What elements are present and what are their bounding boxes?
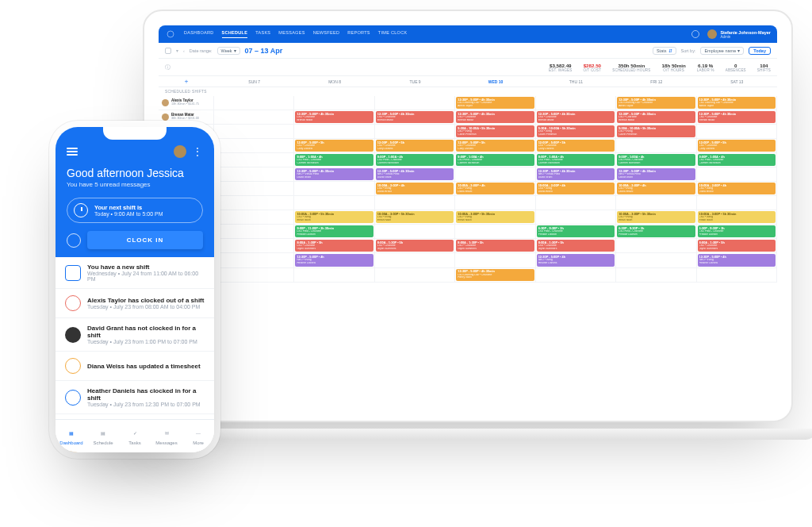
shift-block[interactable]: 12:30P - 5:00P • 4h 30minNEO • Virtual F… [295,168,373,180]
shift-block[interactable]: 8:00A - 1:30P • 5hLSU • CharlotteGlynn S… [376,240,454,252]
shift-cell[interactable] [214,210,294,225]
nav-tab-messages[interactable]: MESSAGES [278,30,304,38]
shift-cell[interactable]: 12:30P - 5:00P • 4h 30minLSU • Charlotte… [697,110,777,125]
nav-tab-schedule[interactable]: SCHEDULE [222,30,248,38]
nav-tab-tasks[interactable]: TASKS [255,30,270,38]
shift-cell[interactable] [375,96,455,110]
shift-cell[interactable] [294,196,374,210]
shift-cell[interactable]: 10:00A - 2:00P • 4hLSU • IrvingDiana Bra… [455,182,535,196]
shift-cell[interactable]: 12:00P - 5:00P • 5hLSU • CharlotteCarly … [455,139,535,153]
shift-cell[interactable] [214,125,294,139]
shift-cell[interactable] [616,253,696,267]
user-menu[interactable]: Stefanie Johnson-Mayer Admin [707,29,771,39]
shift-cell[interactable]: 12:00P - 5:00P • 5hLSU • CharlotteCarly … [294,139,374,153]
shift-cell[interactable]: 12:30P - 5:00P • 4h 30minLSU • Charlotte… [294,110,374,125]
nav-tab-time clock[interactable]: TIME CLOCK [378,30,408,38]
shift-cell[interactable] [375,268,455,283]
shift-cell[interactable]: 12:30P - 5:00P • 4h 30minLSU Learning La… [455,96,535,110]
shift-block[interactable]: 10:00A - 3:00P • 5h 30minLSU • IrvingEth… [295,211,373,223]
shift-cell[interactable]: 5:30A - 10:00A • 5h 30minLSU • IrvingCal… [536,125,616,139]
shift-cell[interactable]: 12:30P - 5:00P • 4h 30minLSU • Charlotte… [375,110,455,125]
shift-cell[interactable]: 12:00P - 5:00P • 5hLSU • CharlotteCarly … [697,139,777,153]
shift-cell[interactable]: 10:00A - 3:00P • 5h 30minLSU • IrvingEth… [616,210,696,225]
shift-block[interactable]: 10:00A - 2:00P • 4hLSU • IrvingDiana Bra… [698,183,776,194]
shift-cell[interactable]: 12:30P - 5:00P • 4h 30minLSU Learning La… [455,268,535,283]
shift-cell[interactable] [214,225,294,239]
shift-block[interactable]: 12:30P - 5:00P • 4hNEO • IrvingHeather D… [537,254,615,266]
shift-cell[interactable] [294,182,374,196]
activity-item[interactable]: Alexis Taylor has clocked out of a shift… [56,289,214,318]
shift-block[interactable]: 12:30P - 5:00P • 4h 30minLSU Learning La… [617,97,695,109]
shift-cell[interactable] [214,167,294,182]
activity-item[interactable]: Diana Weiss has updated a timesheet [56,352,214,381]
employee-row-header[interactable]: Brenan Matar30h 30min • $201.00 [159,110,214,125]
shift-block[interactable]: 8:00A - 1:30P • 5hLSU • CharlotteGlynn S… [537,240,615,252]
phone-tab-messages[interactable]: ✉Messages [151,420,182,452]
shift-block[interactable]: 12:00P - 5:00P • 5hLSU • CharlotteCarly … [537,140,615,152]
shift-cell[interactable]: 10:00A - 2:00P • 4hLSU • IrvingDiana Bra… [697,182,777,196]
add-button[interactable]: ＋ [159,77,214,86]
shift-block[interactable]: 12:30P - 5:00P • 4h 30minLSU • Charlotte… [456,111,534,123]
shift-cell[interactable]: 12:30P - 5:00P • 4h 30minLSU • Charlotte… [536,110,616,125]
shift-cell[interactable]: 9:00P - 1:00A • 4hLSU Field - CharlotteC… [375,153,455,167]
shift-cell[interactable] [214,153,294,167]
shift-block[interactable]: 12:00P - 5:00P • 5hLSU • CharlotteCarly … [698,140,776,152]
shift-cell[interactable] [294,125,374,139]
day-header-cell[interactable]: TUE 9 [375,79,455,84]
shift-block[interactable]: 12:30P - 5:00P • 4hNEO • IrvingHeather D… [698,254,776,266]
shift-cell[interactable]: 12:30P - 5:00P • 4hNEO • IrvingHeather D… [536,253,616,267]
nav-tab-newsfeed[interactable]: NEWSFEED [313,30,340,38]
shift-cell[interactable]: 10:00A - 3:00P • 5h 30minLSU • IrvingEth… [455,210,535,225]
shift-cell[interactable]: 8:00A - 1:30P • 5hLSU • CharlotteGlynn S… [375,239,455,253]
shift-block[interactable]: 10:00A - 3:00P • 5h 30minLSU • IrvingEth… [698,211,776,223]
shift-cell[interactable]: 10:00A - 2:00P • 4hLSU • IrvingDiana Bra… [616,182,696,196]
shift-cell[interactable]: 6:30P - 9:30P • 3hLSU Field - CharlotteF… [536,225,616,239]
shift-cell[interactable] [214,239,294,253]
shift-cell[interactable]: 12:30P - 5:00P • 4h 30minLSU Learning La… [616,96,696,110]
shift-cell[interactable]: 12:30P - 5:00P • 4h 30minNEO • Virtual F… [616,167,696,182]
shift-block[interactable]: 9:00P - 1:00A • 4hLSU Field - CharlotteC… [376,154,454,166]
shift-block[interactable]: 10:00A - 3:00P • 5h 30minLSU • IrvingEth… [376,211,454,223]
shift-cell[interactable]: 8:00A - 1:30P • 5hLSU • CharlotteGlynn S… [536,239,616,253]
shift-cell[interactable]: 12:00P - 5:00P • 5hLSU • CharlotteCarly … [536,139,616,153]
shift-block[interactable]: 12:30P - 5:00P • 4h 30minLSU • Charlotte… [295,111,373,123]
shift-block[interactable]: 9:00P - 11:00P • 2h 30minLSU Field - Cha… [295,225,373,237]
day-header-cell[interactable]: MON 8 [294,79,374,84]
shift-cell[interactable]: 10:00A - 2:00P • 4hLSU • IrvingDiana Bra… [375,182,455,196]
shift-cell[interactable]: 8:00A - 1:30P • 5hLSU • CharlotteGlynn S… [697,239,777,253]
shift-block[interactable]: 12:30P - 5:00P • 4hNEO • IrvingHeather D… [295,254,373,266]
shift-block[interactable]: 8:00A - 1:30P • 5hLSU • CharlotteGlynn S… [295,240,373,252]
clock-in-button[interactable]: CLOCK IN [87,231,203,249]
dropdown-icon[interactable]: ▾ [176,48,178,53]
shift-cell[interactable] [616,139,696,153]
shift-block[interactable]: 12:30P - 5:00P • 4h 30minLSU Learning La… [456,97,534,109]
shift-block[interactable]: 9:00P - 1:00A • 4hLSU Field - CharlotteC… [456,154,534,166]
shift-block[interactable]: 12:30P - 5:00P • 4h 30minLSU • Charlotte… [537,111,615,123]
activity-item[interactable]: Heather Daniels has clocked in for a shi… [56,381,214,414]
shift-cell[interactable] [375,196,455,210]
shift-cell[interactable]: 10:00A - 2:00P • 4hLSU • IrvingDiana Bra… [536,182,616,196]
shift-cell[interactable]: 12:30P - 5:00P • 4h 30minLSU • Charlotte… [616,110,696,125]
shift-block[interactable]: 12:00P - 5:00P • 5hLSU • CharlotteCarly … [456,140,534,152]
shift-block[interactable]: 9:00P - 1:00A • 4hLSU Field - CharlotteC… [617,154,695,166]
day-header-cell[interactable]: FRI 12 [616,79,696,84]
phone-tab-dashboard[interactable]: ▦Dashboard [56,420,87,452]
shift-cell[interactable] [214,196,294,210]
shift-cell[interactable]: 9:00P - 1:00A • 4hLSU Field - CharlotteC… [294,153,374,167]
shift-cell[interactable]: 5:30A - 10:00A • 5h 30minLSU • IrvingCal… [455,125,535,139]
shift-cell[interactable]: 12:30P - 5:00P • 4hNEO • IrvingHeather D… [697,253,777,267]
shift-cell[interactable]: 6:30P - 9:30P • 3hLSU Field - CharlotteF… [697,225,777,239]
employee-row-header[interactable]: Alexis Taylor13h 30min • $141.75 [159,96,214,110]
shift-cell[interactable] [214,96,294,110]
select-all-checkbox[interactable] [165,48,171,54]
shift-cell[interactable] [616,239,696,253]
hamburger-icon[interactable] [67,146,78,157]
shift-block[interactable]: 12:30P - 5:00P • 4h 30minNEO • Virtual F… [617,168,695,180]
shift-cell[interactable]: 12:30P - 5:00P • 4h 30minLSU Learning La… [697,96,777,110]
more-icon[interactable]: ⋮ [193,146,203,157]
shift-cell[interactable] [294,96,374,110]
stats-button[interactable]: Stats ⇵ [653,47,676,55]
shift-block[interactable]: 9:00P - 1:00A • 4hLSU Field - CharlotteC… [537,154,615,166]
shift-block[interactable]: 12:30P - 5:00P • 4h 30minLSU Learning La… [456,269,534,281]
nav-tab-reports[interactable]: REPORTS [347,30,370,38]
